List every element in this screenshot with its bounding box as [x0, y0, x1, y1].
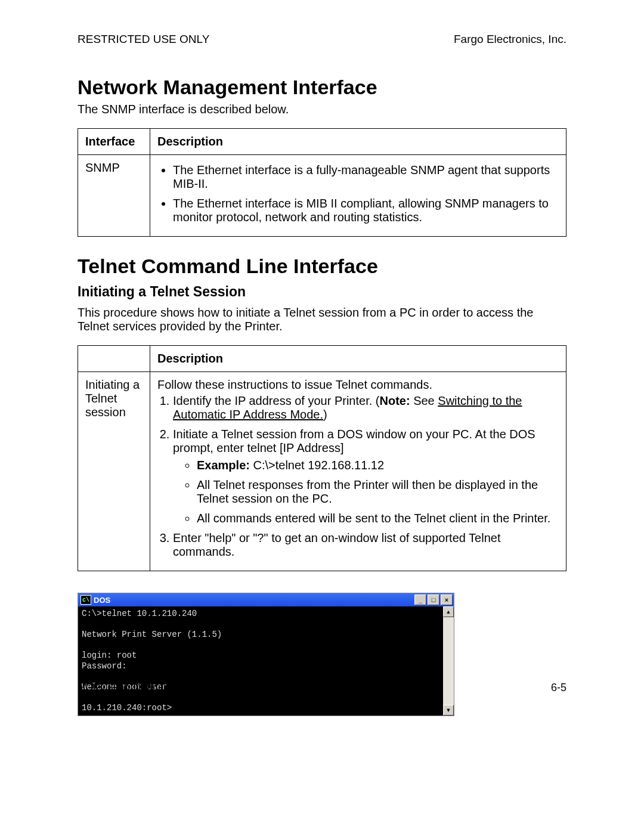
- td-snmp: SNMP: [78, 155, 150, 237]
- section-1-intro: The SNMP interface is described below.: [78, 103, 566, 116]
- section-1-title: Network Management Interface: [78, 76, 566, 99]
- snmp-bullet-1: The Ethernet interface is a fully-manage…: [173, 163, 559, 191]
- step-2-sub-b: All commands entered will be sent to the…: [197, 512, 559, 525]
- dos-terminal-output: C:\>telnet 10.1.210.240 Network Print Se…: [78, 606, 443, 716]
- section-2-intro: This procedure shows how to initiate a T…: [78, 306, 566, 333]
- snmp-table: Interface Description SNMP The Ethernet …: [78, 128, 566, 237]
- step-2-example: Example: C:\>telnet 192.168.11.12: [197, 459, 559, 472]
- step-2-sub-a: All Telnet responses from the Printer wi…: [197, 478, 559, 506]
- close-button[interactable]: ×: [441, 594, 453, 605]
- th-description: Description: [150, 129, 566, 155]
- th-interface: Interface: [78, 129, 150, 155]
- dos-icon: c\: [80, 595, 91, 605]
- section-2-title: Telnet Command Line Interface: [78, 255, 566, 278]
- td-telnet-left: Initiating a Telnet session: [78, 372, 150, 571]
- step-2: Initiate a Telnet session from a DOS win…: [173, 428, 559, 525]
- dos-titlebar[interactable]: c\ DOS _ □ ×: [78, 593, 454, 606]
- th-description-2: Description: [150, 346, 566, 372]
- header-right: Fargo Electronics, Inc.: [454, 33, 566, 46]
- scroll-down-button[interactable]: ▼: [443, 705, 454, 716]
- dos-title: DOS: [94, 596, 110, 605]
- th-blank: [78, 346, 150, 372]
- snmp-bullet-2: The Ethernet interface is MIB II complia…: [173, 197, 559, 224]
- footer-page-number: 6-5: [551, 682, 566, 694]
- step-1: Identify the IP address of your Printer.…: [173, 394, 559, 422]
- telnet-lead: Follow these instructions to issue Telne…: [157, 378, 559, 392]
- telnet-table: Description Initiating a Telnet session …: [78, 345, 566, 571]
- dos-window: c\ DOS _ □ × C:\>telnet 10.1.210.240 Net…: [78, 593, 454, 716]
- footer-left: HDPii High Definition Card Printer/Encod…: [78, 682, 388, 694]
- minimize-button[interactable]: _: [414, 594, 426, 605]
- maximize-button[interactable]: □: [428, 594, 439, 605]
- section-2-subtitle: Initiating a Telnet Session: [78, 284, 566, 300]
- step-3: Enter "help" or "?" to get an on-window …: [173, 531, 559, 559]
- td-snmp-desc: The Ethernet interface is a fully-manage…: [150, 155, 566, 237]
- header-left: RESTRICTED USE ONLY: [78, 33, 209, 46]
- scroll-up-button[interactable]: ▲: [443, 606, 454, 617]
- td-telnet-desc: Follow these instructions to issue Telne…: [150, 372, 566, 571]
- scrollbar[interactable]: ▲ ▼: [443, 606, 454, 716]
